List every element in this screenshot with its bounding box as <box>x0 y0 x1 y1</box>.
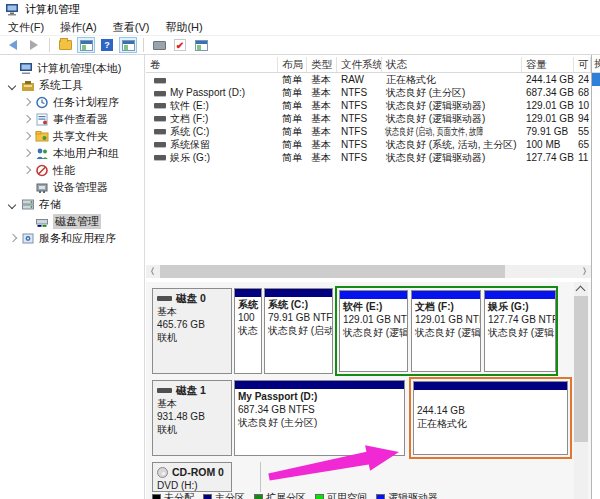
forward-icon <box>30 40 38 50</box>
legend-logical-drive: 逻辑驱动器 <box>376 491 438 499</box>
legend-swatch <box>315 494 324 499</box>
tree-item-local-users[interactable]: 本地用户和组 <box>0 145 144 162</box>
vertical-scrollbar[interactable] <box>574 282 588 499</box>
scrollbar-thumb[interactable] <box>574 296 588 442</box>
chevron-down-icon[interactable] <box>7 199 19 211</box>
chevron-right-icon[interactable] <box>7 233 19 245</box>
actions-selected-row[interactable] <box>592 73 600 86</box>
column-header-free[interactable]: 可 <box>574 57 591 72</box>
partition-color-bar <box>265 289 332 297</box>
device-manager-icon <box>35 181 49 194</box>
table-row[interactable]: 系统 (C:) 简单 基本 NTFS 状态良好 (启动, 页面文件, 故障转储,… <box>146 125 591 138</box>
partition-my-passport-d[interactable]: My Passport (D:)687.34 GB NTFS状态良好 (主分区) <box>234 380 405 456</box>
console-window-icon <box>80 40 93 51</box>
partition-documents-f[interactable]: 文档 (F:)129.01 GB NTF状态良好 (逻辑 <box>411 290 481 372</box>
console-tree-button[interactable] <box>119 37 137 53</box>
volume-icon <box>154 129 166 134</box>
actions-pane-edge[interactable]: 操作 <box>591 55 600 499</box>
column-header-type[interactable]: 类型 <box>307 57 337 72</box>
disk1-info-cell[interactable]: 磁盘 1 基本 931.48 GB 联机 <box>152 380 232 456</box>
partition-entertainment-g[interactable]: 娱乐 (G:)127.74 GB NTF状态良好 (逻辑 <box>484 290 556 372</box>
tree-item-task-scheduler[interactable]: 任务计划程序 <box>0 94 144 111</box>
tree-item-shared-folders[interactable]: 共享文件夹 <box>0 128 144 145</box>
chevron-right-icon[interactable] <box>21 131 33 143</box>
device-icon <box>153 41 166 50</box>
tree-item-disk-management[interactable]: 磁盘管理 <box>0 213 144 230</box>
tree-item-system-tools[interactable]: 系统工具 <box>0 77 144 94</box>
help-button[interactable]: ? <box>98 37 116 53</box>
table-row[interactable]: 娱乐 (G:) 简单 基本 NTFS 状态良好 (逻辑驱动器) 127.74 G… <box>146 151 591 164</box>
menu-action[interactable]: 操作(A) <box>52 19 105 36</box>
chevron-right-icon[interactable] <box>21 165 33 177</box>
chevron-right-icon[interactable] <box>21 114 33 126</box>
scroll-left-arrow-icon[interactable]: 〈 <box>146 265 159 278</box>
tree-item-device-manager[interactable]: 设备管理器 <box>0 179 144 196</box>
partition-system-c[interactable]: 系统 (C:)79.91 GB NTF状态良好 (启动 <box>264 288 333 374</box>
legend-primary-partition: 主分区 <box>203 491 245 499</box>
folder-icon <box>59 40 72 50</box>
partition-color-bar <box>340 291 407 299</box>
horizontal-scrollbar[interactable]: 〈 〉 <box>146 265 591 278</box>
scrollbar-thumb[interactable] <box>160 265 505 278</box>
divider <box>260 462 261 492</box>
tree-item-performance[interactable]: 性能 <box>0 162 144 179</box>
chevron-right-icon[interactable] <box>21 97 33 109</box>
table-row[interactable]: 系统保留 简单 基本 NTFS 状态良好 (系统, 活动, 主分区) 100 M… <box>146 138 591 151</box>
partition-formatting[interactable]: 244.14 GB正在格式化 <box>413 381 568 455</box>
column-header-capacity[interactable]: 容量 <box>522 57 574 72</box>
cdrom0-info-cell[interactable]: CD-ROM 0 DVD (H:) <box>152 462 232 492</box>
menu-help[interactable]: 帮助(H) <box>157 19 210 36</box>
scroll-right-arrow-icon[interactable]: 〉 <box>578 265 591 278</box>
window-icon <box>195 40 208 51</box>
tree-item-storage[interactable]: 存储 <box>0 196 144 213</box>
forward-button[interactable] <box>25 37 43 53</box>
toolbar-separator <box>49 38 50 52</box>
tree-item-services-applications[interactable]: 服务和应用程序 <box>0 230 144 247</box>
device-button[interactable] <box>150 37 168 53</box>
window-button[interactable] <box>192 37 210 53</box>
column-header-filesystem[interactable]: 文件系统 <box>337 57 382 72</box>
table-row[interactable]: 软件 (E:) 简单 基本 NTFS 状态良好 (逻辑驱动器) 129.01 G… <box>146 99 591 112</box>
chevron-down-icon[interactable] <box>7 80 19 92</box>
chevron-right-icon[interactable] <box>21 148 33 160</box>
column-header-volume[interactable]: 卷 <box>146 57 278 72</box>
scroll-up-arrow-icon[interactable] <box>574 282 588 295</box>
menu-file[interactable]: 文件(F) <box>0 19 52 36</box>
partition-software-e[interactable]: 软件 (E:)129.01 GB NT状态良好 (逻辑 <box>339 290 408 372</box>
toolbar: ? ✔ <box>0 36 600 55</box>
table-row[interactable]: 文档 (F:) 简单 基本 NTFS 状态良好 (逻辑驱动器) 129.01 G… <box>146 112 591 125</box>
disk0-info-cell[interactable]: 磁盘 0 基本 465.76 GB 联机 <box>152 288 232 374</box>
tree-item-computer-management[interactable]: 计算机管理(本地) <box>0 60 144 77</box>
storage-icon <box>21 198 35 211</box>
legend-swatch <box>203 494 212 499</box>
menu-bar: 文件(F) 操作(A) 查看(V) 帮助(H) <box>0 19 600 36</box>
folder-button[interactable] <box>56 37 74 53</box>
legend-swatch <box>376 494 385 499</box>
back-button[interactable] <box>4 37 22 53</box>
column-header-status[interactable]: 状态 <box>382 57 522 72</box>
check-button[interactable]: ✔ <box>171 37 189 53</box>
column-header-layout[interactable]: 布局 <box>278 57 307 72</box>
volume-list-pane: 卷 布局 类型 文件系统 状态 容量 可 简单 基本 RAW 正在格式化 244… <box>146 55 591 280</box>
volume-icon <box>154 155 166 160</box>
performance-icon <box>35 164 49 177</box>
partition-color-bar <box>235 289 261 297</box>
console-window-button[interactable] <box>77 37 95 53</box>
table-row[interactable]: 简单 基本 RAW 正在格式化 244.14 GB 24 <box>146 73 591 86</box>
table-row[interactable]: My Passport (D:) 简单 基本 NTFS 状态良好 (主分区) 6… <box>146 86 591 99</box>
volume-icon <box>154 116 166 121</box>
actions-pane-title: 操作 <box>592 57 600 73</box>
partition-color-bar <box>485 291 555 299</box>
cd-rom-icon <box>157 467 168 478</box>
partition-system-reserved[interactable]: 系统100状态 <box>234 288 262 374</box>
event-viewer-icon <box>35 113 49 126</box>
volume-icon <box>154 91 166 96</box>
partition-legend: 未分配 主分区 扩展分区 可用空间 逻辑驱动器 <box>152 491 438 499</box>
tree-item-event-viewer[interactable]: 事件查看器 <box>0 111 144 128</box>
volume-icon <box>154 78 166 83</box>
selected-partition-outline: 244.14 GB正在格式化 <box>409 377 572 459</box>
extended-partition-group: 软件 (E:)129.01 GB NT状态良好 (逻辑 文档 (F:)129.0… <box>335 286 558 376</box>
menu-view[interactable]: 查看(V) <box>105 19 158 36</box>
disk-graphics-pane: 磁盘 0 基本 465.76 GB 联机 系统100状态 系统 (C:)79.9… <box>146 282 591 499</box>
shared-folders-icon <box>35 130 49 143</box>
